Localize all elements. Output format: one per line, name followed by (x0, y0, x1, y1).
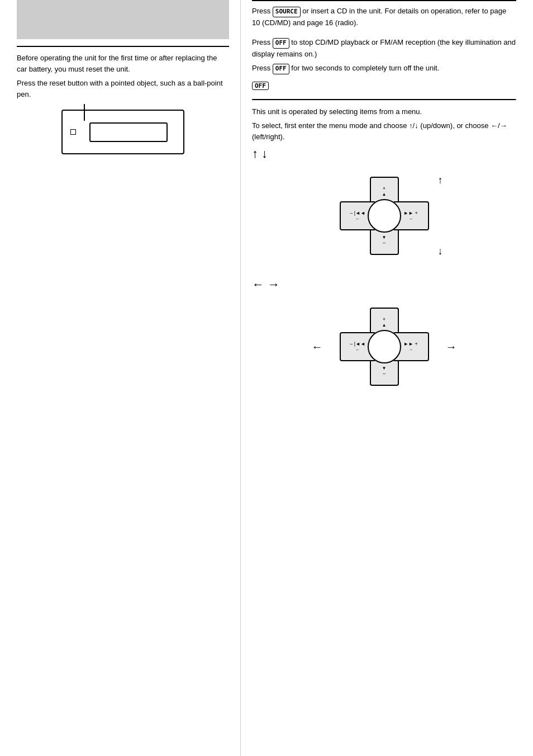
reset-section: Before operating the unit for the first … (17, 53, 229, 154)
menu-body-2-mid: (up/down), or choose (418, 121, 491, 130)
section-divider-1 (17, 46, 229, 47)
menu-body-2-suffix: (left/right). (252, 133, 285, 141)
menu-lr-inline: ←/→ (491, 121, 507, 130)
right-column: Press SOURCE or insert a CD in the unit.… (240, 0, 533, 756)
dpad1-center (368, 199, 401, 233)
reset-body-1: Before operating the unit for the first … (17, 53, 229, 74)
off-description-2: Press OFF for two seconds to completely … (252, 63, 516, 74)
page: Before operating the unit for the first … (0, 0, 533, 756)
off-description-1: Press OFF to stop CD/MD playback or FM/A… (252, 37, 516, 59)
dpad2-center (368, 330, 401, 363)
menu-body-2: To select, first enter the menu mode and… (252, 120, 516, 142)
gray-header-block (17, 0, 229, 39)
dpad2-down-inner: ▼ – (382, 366, 387, 377)
dpad1-left-inner: – |◄◄ ← (350, 210, 365, 221)
on-press-text: Press (252, 7, 273, 15)
dpad2-left-inner: – |◄◄ ← (350, 341, 365, 352)
menu-body-2-prefix: To select, first enter the menu mode and… (252, 121, 409, 130)
off-badge-2: OFF (273, 64, 289, 74)
on-description: Press SOURCE or insert a CD in the unit.… (252, 6, 516, 28)
off-badge-standalone-line: OFF (252, 81, 516, 90)
right-top-bar (252, 0, 516, 1)
dpad1-ext-up: ↑ (438, 174, 443, 186)
on-section: Press SOURCE or insert a CD in the unit.… (252, 6, 516, 28)
leftright-arrows-label: ← → (252, 277, 516, 292)
off-suffix-2: for two seconds to completely turn off t… (291, 64, 439, 72)
dpad1-ext-down: ↓ (438, 245, 443, 257)
off-suffix-1: to stop CD/MD playback or FM/AM receptio… (252, 38, 516, 58)
off-section: Press OFF to stop CD/MD playback or FM/A… (252, 37, 516, 90)
dpad2-wrap: + ▲ ▼ – – |◄◄ (334, 296, 435, 397)
dpad2-right-inner: ►► + → (403, 341, 418, 352)
left-column: Before operating the unit for the first … (0, 0, 240, 756)
source-badge: SOURCE (273, 7, 301, 17)
menu-body-1: This unit is operated by selecting items… (252, 106, 516, 117)
dpad2-up-inner: + ▲ (382, 316, 387, 328)
dpad-diagram-1: ↑ ↓ + ▲ ▼ – (320, 166, 449, 266)
reset-diagram (61, 110, 184, 154)
dpad-diagram-2: ← → + ▲ ▼ – (312, 296, 457, 397)
dpad1-down-inner: ▼ – (382, 235, 387, 246)
dpad2-ext-left: ← (312, 341, 323, 353)
menu-section: This unit is operated by selecting items… (252, 106, 516, 398)
dpad1-up-inner: + ▲ (382, 186, 387, 197)
dpad2-ext-right: → (446, 341, 457, 353)
off-badge-1: OFF (273, 38, 289, 49)
dpad1-wrap: + ▲ ▼ – – |◄◄ (334, 166, 435, 266)
updown-arrows-label: ↑ ↓ (252, 147, 516, 161)
dpad1-right-inner: ►► + → (403, 210, 418, 221)
reset-needle (84, 104, 85, 121)
reset-small-square (70, 129, 76, 135)
reset-body-2: Press the reset button with a pointed ob… (17, 78, 229, 100)
off-press-text-2: Press (252, 64, 273, 72)
off-badge-standalone: OFF (252, 82, 269, 90)
off-press-text-1: Press (252, 38, 273, 46)
menu-section-divider (252, 99, 516, 101)
menu-updown-inline: ↑/↓ (409, 121, 418, 130)
reset-inner-rect (89, 122, 168, 142)
